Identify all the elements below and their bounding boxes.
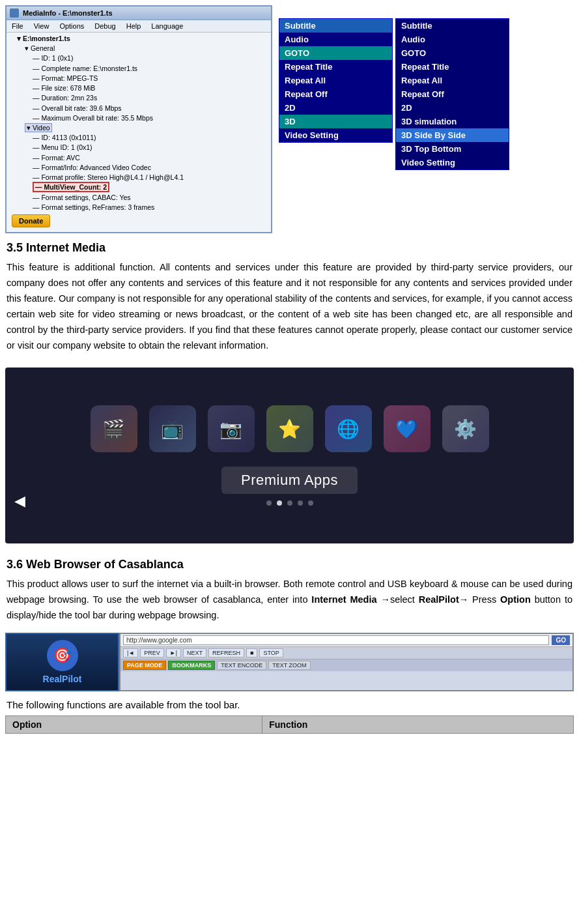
tree-cabac: — Format settings, CABAC: Yes xyxy=(9,193,268,203)
tree-multiview: — MultiView_Count: 2 xyxy=(9,182,268,192)
section-35-heading: 3.5 Internet Media xyxy=(7,241,572,255)
mediainfo-window: MediaInfo - E:\monster1.ts File View Opt… xyxy=(5,5,272,233)
star-app-icon[interactable]: ⭐ xyxy=(266,405,313,452)
browser-next-end-btn[interactable]: ►| xyxy=(166,648,181,657)
browser-next-btn[interactable]: NEXT xyxy=(183,648,206,657)
dvd-menu-item-audio-left[interactable]: Audio xyxy=(279,33,392,46)
tree-menu-id: — Menu ID: 1 (0x1) xyxy=(9,143,268,152)
tree-video-format: — Format: AVC xyxy=(9,153,268,163)
section-36-arrow1: → xyxy=(380,594,390,605)
dots-row xyxy=(266,500,313,506)
mediainfo-menu: File View Options Debug Help Language xyxy=(7,20,271,33)
tree-reframes: — Format settings, ReFrames: 3 frames xyxy=(9,203,268,212)
dvd-menu-item-repeat-title-right[interactable]: Repeat Title xyxy=(396,60,509,74)
premium-apps-icons: 🎬 📺 📷 ⭐ 🌐 💙 ⚙️ xyxy=(91,405,489,452)
menu-language[interactable]: Language xyxy=(146,22,188,31)
dvd-menu-item-video-setting-left[interactable]: Video Setting xyxy=(279,128,392,142)
dot-1 xyxy=(266,500,272,506)
mediainfo-title: MediaInfo - E:\monster1.ts xyxy=(23,9,113,17)
tree-complete-name: — Complete name: E:\monster1.ts xyxy=(9,64,268,74)
tree-format: — Format: MPEG-TS xyxy=(9,74,268,83)
section-36-text: This product allows user to surf the int… xyxy=(7,577,572,624)
tree-bitrate: — Overall bit rate: 39.6 Mbps xyxy=(9,104,268,113)
realpilot-area: 🎯 RealPilot http://www.google.com GO |◄ … xyxy=(5,633,574,691)
section-36-bold2: RealPilot xyxy=(419,594,459,605)
dvd-menu-item-2d-right[interactable]: 2D xyxy=(396,101,509,115)
browser-screenshot: http://www.google.com GO |◄ PREV ►| NEXT… xyxy=(119,633,574,691)
browser-go-button[interactable]: GO xyxy=(552,635,570,645)
browser-prev-btn[interactable]: PREV xyxy=(140,648,164,657)
dvd-menu-item-3d-side-right[interactable]: 3D Side By Side xyxy=(396,128,509,142)
tree-duration: — Duration: 2mn 23s xyxy=(9,93,268,103)
premium-apps-label: Premium Apps xyxy=(241,472,338,489)
gear-app-icon[interactable]: ⚙️ xyxy=(442,405,489,452)
movie-app-icon[interactable]: 🎬 xyxy=(91,405,137,452)
dvd-menu-item-repeat-off-left[interactable]: Repeat Off xyxy=(279,87,392,101)
tv-app-icon[interactable]: 📺 xyxy=(149,405,196,452)
dvd-menu-item-3d-left[interactable]: 3D xyxy=(279,115,392,128)
dvd-menu-item-2d-left[interactable]: 2D xyxy=(279,101,392,115)
section-35-paragraph: This feature is additional function. All… xyxy=(7,260,572,354)
dvd-menu-item-goto-left[interactable]: GOTO xyxy=(279,46,392,60)
dvd-menu-item-video-setting-right[interactable]: Video Setting xyxy=(396,156,509,169)
realpilot-logo-icon: 🎯 xyxy=(47,640,78,671)
browser-url-input[interactable]: http://www.google.com xyxy=(123,635,549,645)
dvd-menu-item-repeat-all-right[interactable]: Repeat All xyxy=(396,74,509,87)
left-arrow-icon[interactable]: ◀ xyxy=(14,493,25,510)
browser-bookmarks-btn[interactable]: BOOKMARKS xyxy=(168,661,215,670)
browser-text-encode-btn[interactable]: TEXT ENCODE xyxy=(217,661,266,670)
browser-prev-start-btn[interactable]: |◄ xyxy=(123,648,138,657)
tree-filesize: — File size: 678 MiB xyxy=(9,83,268,93)
dvd-menu-item-subtitle-left[interactable]: Subtitle xyxy=(279,19,392,33)
dvd-menu-item-goto-right[interactable]: GOTO xyxy=(396,46,509,60)
donate-button[interactable]: Donate xyxy=(12,214,50,227)
section-36-arrow2: → xyxy=(459,594,469,605)
mediainfo-icon xyxy=(10,8,19,18)
table-header-function: Function xyxy=(262,716,574,734)
browser-stop-square-btn[interactable]: ■ xyxy=(246,648,257,657)
menu-view[interactable]: View xyxy=(29,22,55,31)
camera-app-icon[interactable]: 📷 xyxy=(208,405,255,452)
tree-video-id: — ID: 4113 (0x1011) xyxy=(9,133,268,143)
dvd-menu-item-repeat-title-left[interactable]: Repeat Title xyxy=(279,60,392,74)
menu-help[interactable]: Help xyxy=(121,22,147,31)
tree-id: — ID: 1 (0x1) xyxy=(9,53,268,63)
realpilot-logo: 🎯 RealPilot xyxy=(5,633,119,691)
browser-refresh-btn[interactable]: REFRESH xyxy=(208,648,244,657)
mediainfo-content: ▾ E:\monster1.ts ▾ General — ID: 1 (0x1)… xyxy=(7,33,271,232)
browser-page-mode-btn[interactable]: PAGE MODE xyxy=(123,661,166,670)
dvd-menus-area: Subtitle Audio GOTO Repeat Title Repeat … xyxy=(279,5,509,170)
dot-4 xyxy=(298,500,303,506)
menu-options[interactable]: Options xyxy=(54,22,89,31)
premium-label-area: Premium Apps xyxy=(221,467,358,494)
dvd-menu-item-repeat-off-right[interactable]: Repeat Off xyxy=(396,87,509,101)
dot-2 xyxy=(277,500,282,506)
dvd-menu-item-subtitle-right[interactable]: Subtitle xyxy=(396,19,509,33)
dvd-menu-item-3d-top-right[interactable]: 3D Top Bottom xyxy=(396,142,509,156)
section-36-heading: 3.6 Web Browser of Casablanca xyxy=(7,558,572,571)
mediainfo-titlebar: MediaInfo - E:\monster1.ts xyxy=(7,7,271,20)
dvd-menu-item-audio-right[interactable]: Audio xyxy=(396,33,509,46)
browser-text-zoom-btn[interactable]: TEXT ZOOM xyxy=(268,661,310,670)
bottom-table: Option Function xyxy=(5,715,574,734)
browser-addressbar: http://www.google.com GO xyxy=(120,634,572,647)
browser-toolbar-row1: |◄ PREV ►| NEXT REFRESH ■ STOP xyxy=(120,647,572,659)
premium-apps-container: 🎬 📺 📷 ⭐ 🌐 💙 ⚙️ ◀ Premium Apps xyxy=(5,368,574,543)
browser-stop-btn[interactable]: STOP xyxy=(259,648,283,657)
section-36: 3.6 Web Browser of Casablanca This produ… xyxy=(0,550,579,628)
dvd-menu-item-repeat-all-left[interactable]: Repeat All xyxy=(279,74,392,87)
menu-debug[interactable]: Debug xyxy=(89,22,120,31)
dvd-menu-item-3d-sim-right[interactable]: 3D simulation xyxy=(396,115,509,128)
tree-format-info: — Format/Info: Advanced Video Codec xyxy=(9,163,268,173)
tree-format-profile: — Format profile: Stereo High@L4.1 / Hig… xyxy=(9,173,268,182)
multiview-highlight: — MultiView_Count: 2 xyxy=(33,182,109,192)
menu-file[interactable]: File xyxy=(7,22,29,31)
toolbar-note-text: The following functions are available fr… xyxy=(7,699,240,710)
dot-3 xyxy=(287,500,292,506)
tree-video: ▾ Video xyxy=(9,123,268,133)
dvd-menu-right: Subtitle Audio GOTO Repeat Title Repeat … xyxy=(395,18,509,170)
heart-app-icon[interactable]: 💙 xyxy=(384,405,431,452)
dot-5 xyxy=(308,500,313,506)
globe-app-icon[interactable]: 🌐 xyxy=(325,405,372,452)
section-35-text: This feature is additional function. All… xyxy=(7,260,572,354)
